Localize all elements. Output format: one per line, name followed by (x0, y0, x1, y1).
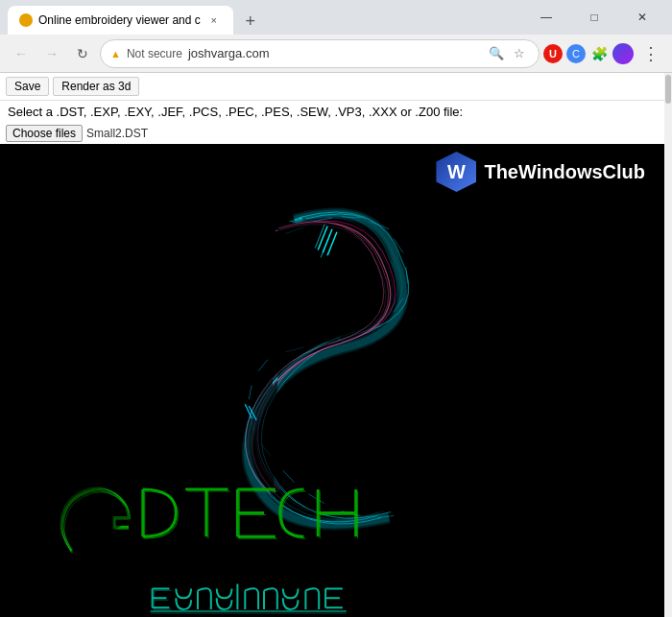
security-warning-icon: ▲ (110, 48, 121, 59)
extensions-puzzle-icon[interactable]: 🧩 (589, 44, 609, 63)
minimize-button[interactable]: — (524, 3, 568, 32)
watermark-text: TheWindowsClub (484, 161, 645, 183)
extension-u-icon[interactable]: U (543, 44, 563, 63)
choose-files-button[interactable]: Choose files (6, 125, 83, 142)
bookmark-icon[interactable]: ☆ (510, 44, 529, 63)
tab-close-button[interactable]: × (206, 12, 222, 28)
selected-file-name: Small2.DST (86, 127, 148, 140)
window-controls: — □ ✕ (524, 3, 664, 32)
render-3d-button[interactable]: Render as 3d (53, 77, 139, 96)
reload-button[interactable]: ↻ (69, 40, 96, 67)
security-text: Not secure (127, 47, 182, 60)
scrollbar-thumb[interactable] (665, 75, 671, 104)
save-button[interactable]: Save (6, 77, 49, 96)
scrollbar[interactable] (664, 73, 672, 617)
title-bar: Online embroidery viewer and c × + — □ ✕ (0, 0, 672, 35)
back-button[interactable]: ← (8, 40, 35, 67)
embroidery-canvas: W TheWindowsClub (0, 144, 664, 617)
browser-window: Online embroidery viewer and c × + — □ ✕… (0, 0, 672, 617)
search-icon[interactable]: 🔍 (487, 44, 506, 63)
file-input-row: Choose files Small2.DST (0, 123, 672, 144)
profile-avatar[interactable] (612, 43, 634, 64)
forward-button[interactable]: → (38, 40, 65, 67)
maximize-button[interactable]: □ (572, 3, 616, 32)
address-icons: 🔍 ☆ (487, 44, 529, 63)
new-tab-button[interactable]: + (237, 8, 264, 35)
page-content: Save Render as 3d Select a .DST, .EXP, .… (0, 73, 672, 617)
watermark-logo: W (436, 152, 476, 192)
watermark-logo-letter: W (447, 161, 466, 183)
tab-title: Online embroidery viewer and c (38, 13, 201, 27)
close-button[interactable]: ✕ (620, 3, 664, 32)
extension-c-icon[interactable]: C (566, 44, 586, 63)
watermark: W TheWindowsClub (436, 152, 645, 192)
nav-bar: ← → ↻ ▲ Not secure joshvarga.com 🔍 ☆ U C… (0, 35, 672, 73)
address-text: joshvarga.com (188, 46, 481, 60)
toolbar: Save Render as 3d (0, 73, 672, 101)
tab-favicon (19, 13, 33, 27)
embroidery-design-svg (0, 144, 664, 617)
file-select-label: Select a .DST, .EXP, .EXY, .JEF, .PCS, .… (0, 101, 672, 123)
active-tab[interactable]: Online embroidery viewer and c × (8, 6, 233, 35)
tab-bar: Online embroidery viewer and c × + (8, 0, 516, 35)
address-bar[interactable]: ▲ Not secure joshvarga.com 🔍 ☆ (100, 39, 540, 68)
browser-menu-button[interactable]: ⋮ (637, 40, 664, 67)
